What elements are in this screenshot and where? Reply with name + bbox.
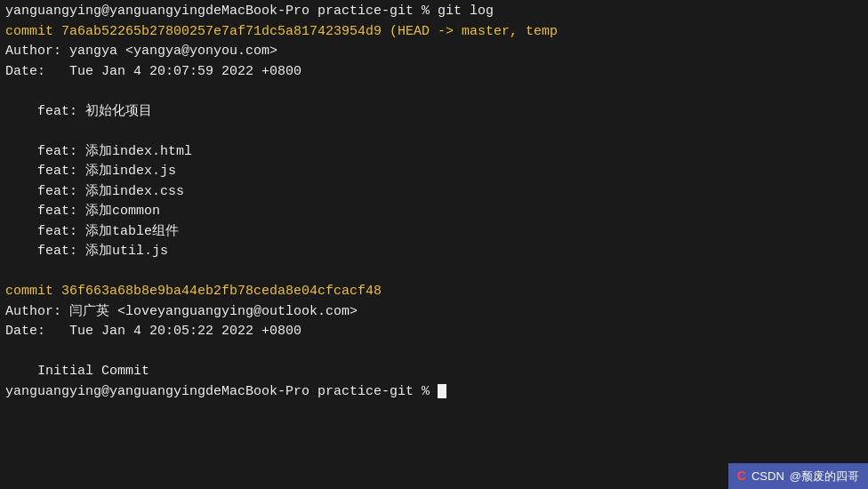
line-feat-index-html: feat: 添加index.html — [5, 142, 863, 163]
line-prompt-end: yanguangying@yanguangyingdeMacBook-Pro p… — [5, 382, 863, 403]
line-prompt-git-log: yanguangying@yanguangyingdeMacBook-Pro p… — [5, 2, 863, 22]
line-feat-common: feat: 添加common — [5, 202, 863, 222]
line-blank1 — [5, 82, 863, 102]
line-commit2-author: Author: 闫广英 <loveyanguangying@outlook.co… — [5, 302, 863, 323]
line-feat-index-css: feat: 添加index.css — [5, 182, 863, 203]
line-commit2-date: Date: Tue Jan 4 20:05:22 2022 +0800 — [5, 322, 863, 342]
line-blank4 — [5, 342, 863, 363]
line-feat-table: feat: 添加table组件 — [5, 222, 863, 243]
watermark-platform: CSDN — [751, 468, 784, 485]
watermark-bar: C CSDN @颓废的四哥 — [728, 463, 868, 489]
watermark-author: @颓废的四哥 — [790, 468, 859, 485]
line-feat-index-js: feat: 添加index.js — [5, 162, 863, 182]
line-blank3 — [5, 262, 863, 283]
line-commit2-hash: commit 36f663a68b8e9ba44eb2fb78ceda8e04c… — [5, 282, 863, 302]
line-initial-commit: Initial Commit — [5, 362, 863, 382]
line-feat-util: feat: 添加util.js — [5, 242, 863, 262]
terminal-cursor — [438, 384, 446, 398]
line-commit1-hash: commit 7a6ab52265b27800257e7af71dc5a8174… — [5, 22, 863, 43]
line-commit1-author: Author: yangya <yangya@yonyou.com> — [5, 42, 863, 62]
watermark-logo: C — [737, 467, 746, 485]
line-feat-init: feat: 初始化项目 — [5, 102, 863, 123]
line-commit1-date: Date: Tue Jan 4 20:07:59 2022 +0800 — [5, 62, 863, 83]
line-blank2 — [5, 122, 863, 142]
terminal-window: yanguangying@yanguangyingdeMacBook-Pro p… — [0, 0, 868, 489]
